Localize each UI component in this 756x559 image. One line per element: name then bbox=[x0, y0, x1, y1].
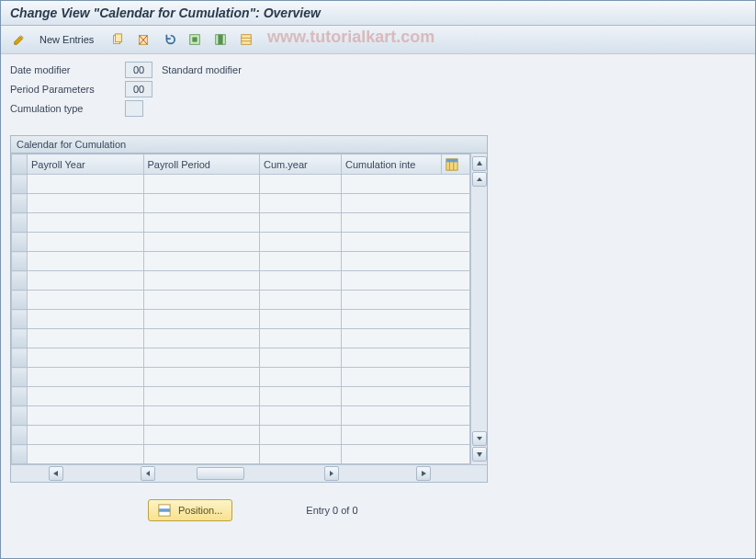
table-row[interactable] bbox=[12, 252, 470, 271]
cell-payroll-year[interactable] bbox=[28, 329, 144, 348]
cell-cumulation-interval[interactable] bbox=[342, 426, 470, 445]
scroll-top-button[interactable] bbox=[472, 156, 487, 171]
cell-cum-year[interactable] bbox=[260, 213, 342, 233]
cell-cum-year[interactable] bbox=[260, 445, 342, 464]
cell-cumulation-interval[interactable] bbox=[342, 348, 470, 368]
row-selector[interactable] bbox=[12, 426, 28, 445]
undo-button[interactable] bbox=[158, 29, 180, 50]
cell-cum-year[interactable] bbox=[260, 387, 342, 406]
cell-payroll-year[interactable] bbox=[28, 310, 144, 329]
table-row[interactable] bbox=[12, 329, 470, 348]
table-row[interactable] bbox=[12, 368, 470, 387]
cell-payroll-year[interactable] bbox=[28, 271, 144, 291]
table-row[interactable] bbox=[12, 291, 470, 310]
horizontal-scrollbar[interactable] bbox=[11, 464, 487, 482]
table-settings-button[interactable] bbox=[442, 154, 470, 175]
row-selector[interactable] bbox=[12, 310, 28, 329]
row-selector[interactable] bbox=[12, 291, 28, 310]
cell-cum-year[interactable] bbox=[260, 271, 342, 291]
cell-cum-year[interactable] bbox=[260, 426, 342, 445]
delete-button[interactable] bbox=[132, 29, 154, 50]
scroll-last-button[interactable] bbox=[416, 466, 431, 481]
cell-cum-year[interactable] bbox=[260, 291, 342, 310]
cell-payroll-year[interactable] bbox=[28, 387, 144, 406]
table-row[interactable] bbox=[12, 194, 470, 213]
cell-cumulation-interval[interactable] bbox=[342, 213, 470, 233]
cell-cumulation-interval[interactable] bbox=[342, 329, 470, 348]
cell-payroll-period[interactable] bbox=[143, 329, 260, 348]
cell-cumulation-interval[interactable] bbox=[342, 291, 470, 310]
cell-payroll-period[interactable] bbox=[143, 194, 260, 213]
row-selector[interactable] bbox=[12, 175, 28, 194]
row-selector[interactable] bbox=[12, 194, 28, 213]
table-row[interactable] bbox=[12, 445, 470, 464]
cell-payroll-period[interactable] bbox=[143, 233, 260, 252]
row-selector[interactable] bbox=[12, 406, 28, 426]
cell-cumulation-interval[interactable] bbox=[342, 252, 470, 271]
select-all-button[interactable] bbox=[184, 29, 206, 50]
position-button[interactable]: Position... bbox=[148, 499, 232, 521]
cell-payroll-year[interactable] bbox=[28, 213, 144, 233]
cell-cumulation-interval[interactable] bbox=[342, 175, 470, 194]
row-selector[interactable] bbox=[12, 271, 28, 291]
cell-payroll-year[interactable] bbox=[28, 252, 144, 271]
cell-payroll-year[interactable] bbox=[28, 426, 144, 445]
cell-payroll-year[interactable] bbox=[28, 194, 144, 213]
row-selector[interactable] bbox=[12, 387, 28, 406]
cell-payroll-period[interactable] bbox=[143, 445, 260, 464]
cell-cumulation-interval[interactable] bbox=[342, 368, 470, 387]
row-selector[interactable] bbox=[12, 368, 28, 387]
scroll-up-button[interactable] bbox=[472, 172, 487, 187]
cell-payroll-year[interactable] bbox=[28, 175, 144, 194]
period-parameters-input[interactable] bbox=[125, 81, 152, 97]
col-payroll-period[interactable]: Payroll Period bbox=[143, 154, 260, 175]
table-row[interactable] bbox=[12, 426, 470, 445]
row-selector[interactable] bbox=[12, 329, 28, 348]
cell-payroll-year[interactable] bbox=[28, 406, 144, 426]
cell-cumulation-interval[interactable] bbox=[342, 310, 470, 329]
table-row[interactable] bbox=[12, 310, 470, 329]
row-header-select-all[interactable] bbox=[12, 154, 28, 175]
cell-payroll-period[interactable] bbox=[143, 271, 260, 291]
cell-payroll-period[interactable] bbox=[143, 310, 260, 329]
scroll-right-button[interactable] bbox=[324, 466, 339, 481]
cell-payroll-year[interactable] bbox=[28, 291, 144, 310]
cell-payroll-year[interactable] bbox=[28, 445, 144, 464]
scroll-first-button[interactable] bbox=[49, 466, 63, 481]
table-row[interactable] bbox=[12, 348, 470, 368]
cell-cum-year[interactable] bbox=[260, 310, 342, 329]
scroll-thumb[interactable] bbox=[197, 467, 244, 480]
cell-cum-year[interactable] bbox=[260, 233, 342, 252]
cell-payroll-period[interactable] bbox=[143, 426, 260, 445]
cell-cum-year[interactable] bbox=[260, 348, 342, 368]
cell-payroll-period[interactable] bbox=[143, 368, 260, 387]
copy-button[interactable] bbox=[107, 29, 129, 50]
table-row[interactable] bbox=[12, 406, 470, 426]
scroll-left-button[interactable] bbox=[141, 466, 155, 481]
col-payroll-year[interactable]: Payroll Year bbox=[28, 154, 144, 175]
row-selector[interactable] bbox=[12, 213, 28, 233]
cumulation-type-input[interactable] bbox=[125, 100, 143, 117]
cell-cumulation-interval[interactable] bbox=[342, 387, 470, 406]
cell-cumulation-interval[interactable] bbox=[342, 233, 470, 252]
table-row[interactable] bbox=[12, 233, 470, 252]
scroll-bottom-button[interactable] bbox=[472, 447, 487, 462]
cell-payroll-period[interactable] bbox=[143, 406, 260, 426]
cell-payroll-period[interactable] bbox=[143, 252, 260, 271]
table-row[interactable] bbox=[12, 387, 470, 406]
cell-cumulation-interval[interactable] bbox=[342, 271, 470, 291]
cell-cum-year[interactable] bbox=[260, 175, 342, 194]
cell-cum-year[interactable] bbox=[260, 194, 342, 213]
cell-payroll-period[interactable] bbox=[143, 387, 260, 406]
cell-cum-year[interactable] bbox=[260, 368, 342, 387]
cell-payroll-period[interactable] bbox=[143, 348, 260, 368]
print-button[interactable] bbox=[235, 29, 257, 50]
scroll-down-button[interactable] bbox=[472, 431, 487, 446]
cell-payroll-year[interactable] bbox=[28, 348, 144, 368]
new-entries-button[interactable]: New Entries bbox=[34, 30, 99, 49]
cell-cum-year[interactable] bbox=[260, 329, 342, 348]
cell-payroll-period[interactable] bbox=[143, 291, 260, 310]
cell-payroll-year[interactable] bbox=[28, 233, 144, 252]
deselect-all-button[interactable] bbox=[209, 29, 231, 50]
col-cumulation-interval[interactable]: Cumulation inte bbox=[342, 154, 442, 175]
